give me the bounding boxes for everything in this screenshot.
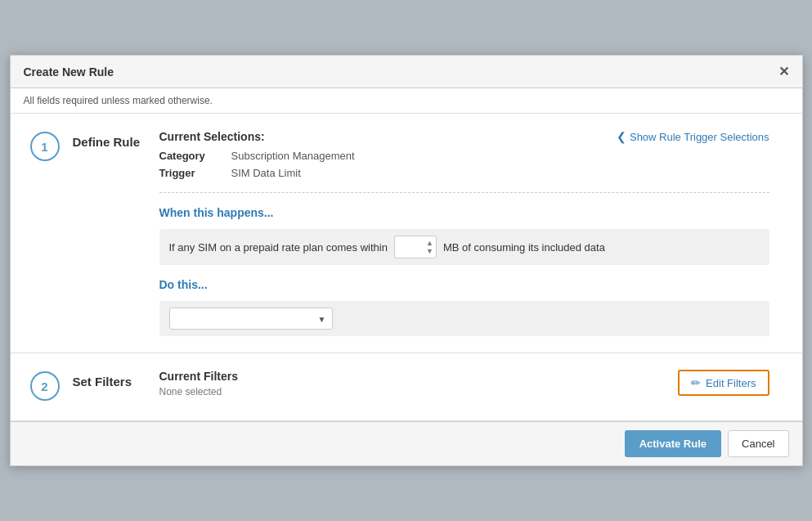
filters-header-row: Current Filters None selected ✏ Edit Fil…: [159, 370, 769, 397]
step-number-1: 1: [30, 132, 60, 161]
modal-subheader: All fields required unless marked otherw…: [11, 88, 802, 114]
when-label: When this happens...: [159, 206, 769, 219]
trigger-row: Trigger SIM Data Limit: [159, 167, 769, 179]
edit-filters-label: Edit Filters: [706, 377, 756, 389]
trigger-value: SIM Data Limit: [231, 167, 301, 179]
action-row: Option 1 Option 2: [159, 301, 769, 336]
chevron-left-icon: ❮: [617, 130, 626, 143]
cancel-button[interactable]: Cancel: [728, 430, 788, 457]
condition-row: If any SIM on a prepaid rate plan comes …: [159, 229, 769, 265]
action-select-wrapper[interactable]: Option 1 Option 2: [169, 308, 333, 330]
trigger-label: Trigger: [159, 167, 225, 179]
selections-header-row: Current Selections: ❮ Show Rule Trigger …: [159, 130, 769, 143]
show-trigger-label: Show Rule Trigger Selections: [630, 131, 769, 143]
modal-header: Create New Rule ✕: [11, 56, 802, 88]
condition-suffix: MB of consuming its included data: [443, 241, 605, 254]
condition-prefix: If any SIM on a prepaid rate plan comes …: [169, 241, 388, 254]
section-set-filters: 2 Set Filters Current Filters None selec…: [11, 353, 802, 421]
modal-body: 1 Define Rule Current Selections: ❮ Show…: [11, 114, 802, 421]
pencil-icon: ✏: [691, 376, 701, 389]
section-divider: [159, 192, 769, 193]
modal-footer: Activate Rule Cancel: [11, 421, 802, 465]
set-filters-content: Current Filters None selected ✏ Edit Fil…: [146, 370, 783, 404]
section-define-rule: 1 Define Rule Current Selections: ❮ Show…: [11, 114, 802, 353]
spinner-arrows: ▲ ▼: [426, 236, 433, 258]
step-label-1: Define Rule: [73, 135, 146, 336]
activate-rule-button[interactable]: Activate Rule: [625, 430, 721, 457]
step-number-2: 2: [30, 371, 60, 401]
category-row: Category Subscription Management: [159, 150, 769, 162]
spinner-up-arrow[interactable]: ▲: [426, 240, 433, 247]
close-button[interactable]: ✕: [778, 64, 789, 79]
current-selections-title: Current Selections:: [159, 130, 265, 143]
number-spinner[interactable]: ▲ ▼: [394, 236, 437, 258]
step-label-2: Set Filters: [73, 375, 146, 404]
current-filters-title: Current Filters: [159, 370, 238, 383]
category-label: Category: [159, 150, 225, 162]
none-selected-label: None selected: [159, 386, 238, 397]
edit-filters-button[interactable]: ✏ Edit Filters: [678, 370, 769, 396]
do-label: Do this...: [159, 278, 769, 291]
action-select[interactable]: Option 1 Option 2: [169, 308, 333, 330]
spinner-down-arrow[interactable]: ▼: [426, 248, 433, 255]
define-rule-content: Current Selections: ❮ Show Rule Trigger …: [146, 130, 783, 336]
modal-title: Create New Rule: [24, 65, 114, 79]
show-trigger-link[interactable]: ❮ Show Rule Trigger Selections: [617, 130, 769, 143]
filters-info: Current Filters None selected: [159, 370, 238, 397]
create-rule-modal: Create New Rule ✕ All fields required un…: [10, 55, 803, 466]
category-value: Subscription Management: [231, 150, 355, 162]
